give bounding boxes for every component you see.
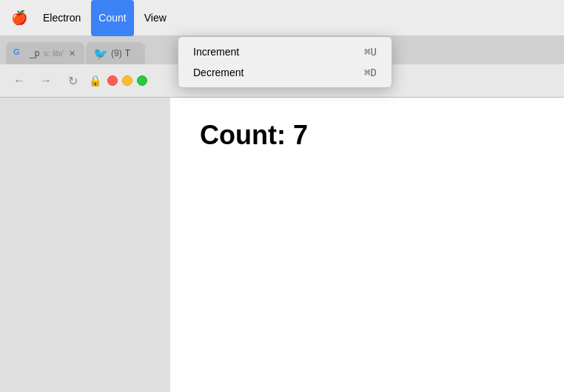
menubar-item-count[interactable]: Count	[91, 0, 133, 36]
count-dropdown-menu: Increment ⌘U Decrement ⌘D	[178, 36, 392, 88]
page-content: Count: 7	[170, 98, 564, 320]
tab-close-button[interactable]: ✕	[67, 47, 77, 60]
tab-twitter-title: T	[125, 48, 130, 58]
google-icon: G	[13, 47, 25, 59]
decrement-shortcut: ⌘D	[364, 67, 377, 78]
sidebar-gray	[0, 98, 170, 392]
lock-icon: 🔒	[89, 75, 101, 87]
menubar-item-electron[interactable]: Electron	[36, 0, 88, 36]
tab-twitter[interactable]: 🐦 (9) T	[86, 42, 145, 64]
tab-google-title: _p	[30, 48, 39, 58]
menubar-item-view[interactable]: View	[137, 0, 174, 36]
menubar: 🍎 Electron Count View	[0, 0, 564, 36]
twitter-bird-icon: 🐦	[93, 47, 108, 61]
decrement-label: Decrement	[193, 67, 244, 78]
tab-google[interactable]: G _p s: lib/ ✕	[6, 42, 84, 64]
reload-button[interactable]: ↻	[62, 70, 83, 91]
content-area: Count: 7	[170, 98, 564, 392]
twitter-badge: (9)	[111, 48, 122, 58]
tab-google-subtitle: s: lib/	[44, 49, 63, 58]
apple-icon: 🍎	[11, 10, 27, 26]
apple-menu[interactable]: 🍎	[6, 0, 33, 36]
back-button[interactable]: ←	[9, 70, 30, 91]
main-layout: Count: 7	[0, 98, 564, 392]
increment-shortcut: ⌘U	[364, 46, 377, 58]
increment-menu-item[interactable]: Increment ⌘U	[178, 41, 392, 62]
count-display: Count: 7	[200, 120, 534, 151]
close-button[interactable]	[107, 75, 118, 86]
increment-label: Increment	[193, 46, 239, 58]
decrement-menu-item[interactable]: Decrement ⌘D	[178, 62, 392, 83]
traffic-lights	[107, 75, 147, 86]
minimize-button[interactable]	[122, 75, 132, 86]
forward-button[interactable]: →	[36, 70, 56, 91]
maximize-button[interactable]	[137, 75, 147, 86]
